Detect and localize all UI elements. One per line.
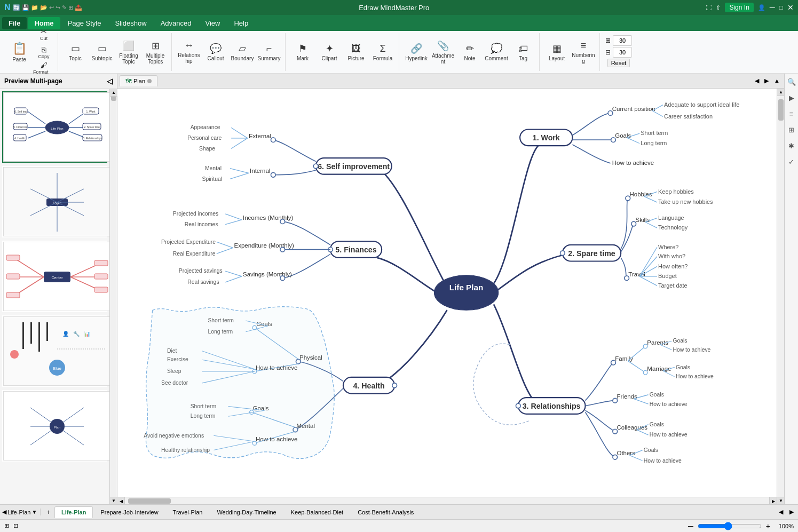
zoom-width-input[interactable] xyxy=(613,35,632,46)
svg-text:5. Finances: 5. Finances xyxy=(335,245,376,254)
clipart-button[interactable]: ✦ Clipart xyxy=(317,34,342,70)
zoom-in-btn[interactable]: + xyxy=(766,522,770,530)
subtopic-button[interactable]: ▭ Subtopic xyxy=(89,34,115,70)
relationship-button[interactable]: ↔ Relationship xyxy=(176,34,202,70)
topic-button[interactable]: ▭ Topic xyxy=(62,34,88,70)
floating-topic-button[interactable]: ⬜ Floating Topic xyxy=(116,34,141,70)
cut-button[interactable]: ✂ Cut xyxy=(33,26,54,43)
svg-point-110 xyxy=(516,403,520,408)
tab-nav-next[interactable]: ▶ xyxy=(787,507,796,517)
layout-button[interactable]: ▦ Layout xyxy=(544,34,570,70)
numbering-button[interactable]: ≡ Numbering xyxy=(571,34,596,70)
thumbnail-1[interactable]: Life Plan 1. Work xyxy=(2,91,107,163)
comment-button[interactable]: 💭 Comment xyxy=(484,34,509,70)
svg-text:How often?: How often? xyxy=(658,263,688,269)
hyperlink-button[interactable]: 🔗 Hyperlink xyxy=(404,34,429,70)
svg-text:Projected savings: Projected savings xyxy=(179,268,223,274)
paste-button[interactable]: 📋 Paste xyxy=(6,34,32,70)
svg-text:Adequate to support ideal life: Adequate to support ideal life xyxy=(664,101,739,108)
sidebar-grid-btn[interactable]: ⊞ xyxy=(786,124,797,136)
zoom-slider[interactable] xyxy=(698,523,762,529)
zoom-out-btn[interactable]: ─ xyxy=(688,522,693,530)
left-panel-prev[interactable]: ◀ xyxy=(2,509,6,515)
svg-text:How to achieve: How to achieve xyxy=(673,347,710,353)
menu-file[interactable]: File xyxy=(2,17,27,29)
reset-button[interactable]: Reset xyxy=(607,59,630,67)
svg-point-85 xyxy=(626,196,630,201)
sidebar-check-btn[interactable]: ✓ xyxy=(786,156,797,168)
tab-nav-prev[interactable]: ◀ xyxy=(777,507,785,517)
svg-text:Colleagues: Colleagues xyxy=(617,424,648,431)
sidebar-properties-btn[interactable]: ✱ xyxy=(786,140,797,152)
panel-toggle[interactable]: ◁ xyxy=(107,77,113,85)
tab-up-btn[interactable]: ▲ xyxy=(772,76,782,85)
maximize-btn[interactable]: □ xyxy=(779,4,783,11)
attachment-button[interactable]: 📎 Attachment xyxy=(430,34,456,70)
svg-text:Parents: Parents xyxy=(647,339,668,346)
picture-button[interactable]: 🖼 Picture xyxy=(343,34,369,70)
bottom-tab-wedding[interactable]: Wedding-Day-Timeline xyxy=(210,506,283,518)
svg-point-97 xyxy=(625,276,629,281)
note-button[interactable]: ✏ Note xyxy=(457,34,483,70)
fit-page-btn[interactable]: ⊡ xyxy=(13,522,18,529)
svg-text:Marriage: Marriage xyxy=(647,366,671,372)
thumbnail-5[interactable]: Plan xyxy=(2,390,107,462)
svg-text:Real savings: Real savings xyxy=(187,279,219,285)
svg-point-188 xyxy=(280,219,285,224)
svg-line-218 xyxy=(230,169,249,173)
menu-advanced[interactable]: Advanced xyxy=(154,17,198,29)
thumbnail-4[interactable]: 👤 🔧 📊 Blue xyxy=(2,315,107,387)
left-panel-dropdown[interactable]: ▼ xyxy=(31,509,37,515)
svg-text:Real incomes: Real incomes xyxy=(185,221,218,227)
zoom-level: 100% xyxy=(775,523,794,529)
thumbnail-3[interactable]: Center xyxy=(2,241,107,312)
menu-slideshow[interactable]: Slideshow xyxy=(108,17,153,29)
svg-text:Projected incomes: Projected incomes xyxy=(173,211,218,217)
menu-view[interactable]: View xyxy=(199,17,227,29)
bottom-tab-life-plan[interactable]: Life-Plan xyxy=(54,506,93,518)
tab-plan[interactable]: 🗺 Plan xyxy=(120,75,157,86)
svg-text:2. Spare time: 2. Spare time xyxy=(84,125,100,129)
share-btn[interactable]: ⇧ xyxy=(716,4,721,11)
titlebar: N 🔄 💾 📁 📂 ↩ ↪ ✎ ⊞ 📤 Edraw MindMaster Pro… xyxy=(0,0,798,15)
svg-line-120 xyxy=(628,361,645,372)
svg-point-222 xyxy=(434,275,498,311)
zoom-height-input[interactable] xyxy=(613,47,632,58)
fullscreen-btn[interactable]: ⛶ xyxy=(706,4,712,11)
sidebar-search-btn[interactable]: 🔍 xyxy=(786,76,797,88)
svg-text:Technology: Technology xyxy=(658,224,688,231)
add-page-btn[interactable]: + xyxy=(43,506,54,518)
close-btn[interactable]: ✕ xyxy=(787,3,794,12)
tab-scroll-right[interactable]: ▶ xyxy=(762,76,771,85)
canvas-area[interactable]: ▲ ▼ ◀ ▶ xyxy=(117,89,784,504)
sign-in-btn[interactable]: Sign In xyxy=(725,3,753,12)
bottom-tab-travel[interactable]: Travel-Plan xyxy=(166,506,210,518)
sidebar-expand-btn[interactable]: ▶ xyxy=(786,92,797,104)
svg-text:Projected Expenditure: Projected Expenditure xyxy=(161,239,216,245)
zoom-icon2: ⊟ xyxy=(605,49,611,56)
sidebar-layers-btn[interactable]: ≡ xyxy=(786,108,797,120)
svg-line-191 xyxy=(225,220,242,225)
tag-button[interactable]: 🏷 Tag xyxy=(510,34,536,70)
thumbnail-2[interactable]: Topic xyxy=(2,166,107,237)
profile-btn[interactable]: 👤 xyxy=(758,4,765,11)
mark-button[interactable]: ⚑ Mark xyxy=(290,34,315,70)
svg-line-113 xyxy=(628,346,645,361)
svg-point-128 xyxy=(613,398,618,403)
bottom-tab-diet[interactable]: Keep-Balanced-Diet xyxy=(284,506,350,518)
menu-help[interactable]: Help xyxy=(227,17,255,29)
page-nav-btn[interactable]: ⊞ xyxy=(4,522,9,529)
formula-button[interactable]: Σ Formula xyxy=(370,34,396,70)
tab-scroll-left[interactable]: ◀ xyxy=(753,76,761,85)
boundary-button[interactable]: ▱ Boundary xyxy=(230,34,255,70)
copy-button[interactable]: ⎘ Copy xyxy=(33,44,54,61)
multiple-topics-button[interactable]: ⊞ Multiple Topics xyxy=(143,34,168,70)
bottom-tab-job-interview[interactable]: Prepare-Job-Interview xyxy=(93,506,165,518)
svg-line-195 xyxy=(217,242,233,248)
callout-button[interactable]: 💬 Callout xyxy=(203,34,228,70)
summary-button[interactable]: ⌐ Summary xyxy=(256,34,282,70)
svg-text:Target date: Target date xyxy=(658,282,688,289)
minimize-btn[interactable]: ─ xyxy=(770,3,775,12)
menu-page-style[interactable]: Page Style xyxy=(61,17,108,29)
bottom-tab-cost[interactable]: Cost-Benefit-Analysis xyxy=(351,506,421,518)
